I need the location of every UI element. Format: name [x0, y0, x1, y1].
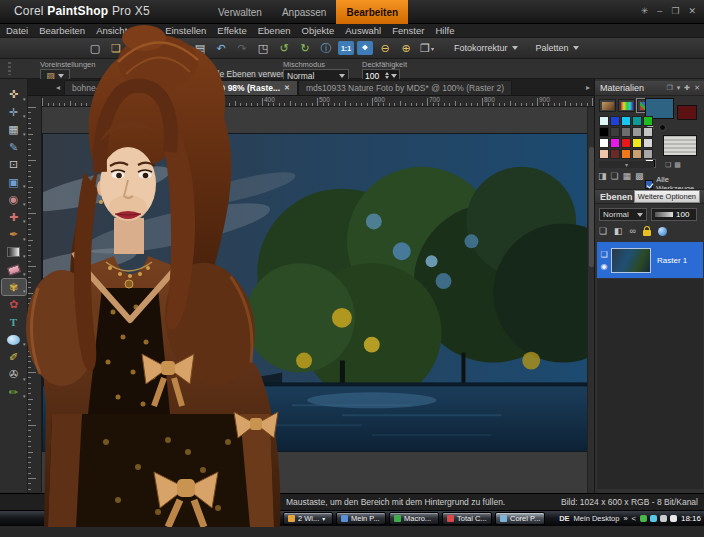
doc-tabs-scroll-left-icon[interactable]: ◂ [28, 83, 64, 95]
color-swatch-3[interactable] [632, 116, 642, 126]
paint-brush-tool[interactable]: ✒▾ [2, 227, 26, 243]
language-indicator[interactable]: DE [559, 514, 569, 523]
copy-special-icon[interactable]: ❐▾ [418, 40, 436, 56]
menu-hilfe[interactable]: Hilfe [435, 25, 454, 36]
text-tool[interactable]: T [2, 314, 26, 330]
menu-fenster[interactable]: Fenster [392, 25, 424, 36]
restore-icon[interactable]: ❐ [671, 4, 679, 18]
freehand-selection-tool[interactable]: ✎ [2, 139, 26, 155]
texture-preview[interactable] [663, 135, 697, 156]
capture-icon[interactable]: ▧ [149, 40, 167, 56]
volume-icon[interactable] [670, 515, 677, 522]
layer-thumbnail[interactable] [611, 248, 651, 273]
color-swatch-0[interactable] [599, 116, 609, 126]
color-swatch-5[interactable] [599, 127, 609, 137]
workspace-tab-bearbeiten[interactable]: Bearbeiten [336, 0, 408, 24]
all-layers-checkbox[interactable] [196, 70, 205, 79]
red-eye-tool[interactable]: ◉▾ [2, 192, 26, 208]
straighten-tool[interactable]: ▣▾ [2, 174, 26, 190]
color-swatch-12[interactable] [621, 138, 631, 148]
fotokorrektur-button[interactable]: Fotokorrektur [448, 41, 524, 55]
print-icon[interactable]: ▤ [191, 40, 209, 56]
color-swatch-2[interactable] [621, 116, 631, 126]
color-swatch-7[interactable] [621, 127, 631, 137]
document-tab-2[interactable]: mds10933 Nature Foto by MDS* @ 100% (Ras… [298, 80, 512, 95]
menu-einstellen[interactable]: Einstellen [165, 25, 206, 36]
picture-tube-tool[interactable]: ✿ [2, 297, 26, 313]
menu-ansicht[interactable]: Ansicht [96, 25, 127, 36]
menu-ebenen[interactable]: Ebenen [258, 25, 291, 36]
highlight-layer-icon[interactable] [658, 227, 667, 236]
close-icon[interactable]: ✕ [688, 4, 696, 18]
network-icon[interactable] [660, 515, 667, 522]
color-swatch-11[interactable] [610, 138, 620, 148]
desktop-toolbar[interactable]: Mein Desktop [574, 514, 620, 523]
web-icon[interactable]: ✳ [641, 4, 649, 18]
preset-shape-tool[interactable]: ▾ [2, 332, 26, 348]
color-style-icon[interactable]: ◨ [598, 171, 607, 181]
zoom-out-icon[interactable]: ⊖ [376, 40, 394, 56]
spinner-arrows-icon[interactable] [385, 72, 389, 79]
status-teal-icon[interactable] [650, 515, 657, 522]
resize-icon[interactable]: ◳ [254, 40, 272, 56]
undo-icon[interactable]: ↶ [212, 40, 230, 56]
gradient-tool[interactable]: ▾ [2, 244, 26, 260]
color-swatch-16[interactable] [610, 149, 620, 159]
workspace-tab-anpassen[interactable]: Anpassen [272, 0, 336, 24]
zoom-in-icon[interactable]: ⊕ [397, 40, 415, 56]
makeover-tool[interactable]: ✚▾ [2, 209, 26, 225]
save-icon[interactable]: ◫ [128, 40, 146, 56]
color-swatch-8[interactable] [632, 127, 642, 137]
layer-blend-select[interactable]: Normal [599, 208, 647, 221]
float-panel-icon[interactable]: ❐ [666, 84, 672, 92]
all-tools-checkbox[interactable] [645, 180, 653, 189]
new-layer-icon[interactable]: ❏ [599, 226, 607, 236]
rotate-left-icon[interactable]: ↺ [275, 40, 293, 56]
redo-icon[interactable]: ↷ [233, 40, 251, 56]
taskbar-clock[interactable]: 18:16 [681, 514, 701, 523]
taskbar-button-2[interactable]: Macro... [389, 512, 439, 525]
open-icon[interactable]: ❏ [107, 40, 125, 56]
pattern-style-icon[interactable]: ▦ [623, 171, 632, 181]
pen-tool[interactable]: ✐ [2, 349, 26, 365]
layer-row[interactable]: ❏ ◉ Raster 1 [597, 242, 703, 278]
color-swatch-1[interactable] [610, 116, 620, 126]
gradient-style-icon[interactable]: ❏ [611, 171, 619, 181]
document-tab-1[interactable]: Image1* @ 98% (Raste...✕ [174, 80, 298, 95]
warp-brush-tool[interactable]: ✏▾ [2, 384, 26, 400]
color-swatch-19[interactable] [643, 149, 653, 159]
canvas-image[interactable] [42, 133, 590, 452]
pan-tool[interactable]: ✜▾ [2, 87, 26, 103]
taskbar-button-0[interactable]: 2 Wi...▾ [283, 512, 333, 525]
paletten-button[interactable]: Paletten [530, 41, 585, 55]
color-swatch-4[interactable] [643, 116, 653, 126]
panel-menu-icon[interactable]: ▾ [677, 84, 681, 92]
document-tab-0[interactable]: bohne-lcd-in... (Raster 1) [64, 80, 174, 95]
pin-panel-icon[interactable]: ✚ [684, 84, 690, 92]
color-swatch-13[interactable] [632, 138, 642, 148]
toolbar-overflow-icon[interactable]: » [623, 514, 627, 523]
clone-brush-tool[interactable]: ✾▾ [2, 279, 26, 295]
taskbar-button-1[interactable]: Mein P... [336, 512, 386, 525]
layer-visibility-icon[interactable]: ◉ [601, 262, 608, 271]
rainbow-tab[interactable] [618, 99, 635, 112]
lock-transparency-icon[interactable] [643, 230, 651, 236]
link-layers-icon[interactable]: ∞ [630, 226, 636, 236]
status-green-icon[interactable] [640, 515, 647, 522]
eraser-tool[interactable]: ▾ [2, 262, 26, 278]
menu-datei[interactable]: Datei [6, 25, 28, 36]
share-icon[interactable]: ❮ [170, 40, 188, 56]
black-color-dot[interactable] [659, 124, 666, 131]
close-panel-icon[interactable]: ✕ [694, 84, 700, 92]
workspace-tab-verwalten[interactable]: Verwalten [208, 0, 272, 24]
taskbar-button-4[interactable]: Corel P... [495, 512, 545, 525]
color-swatch-18[interactable] [632, 149, 642, 159]
info-icon[interactable]: ⓘ [317, 40, 335, 56]
minimize-icon[interactable]: – [657, 4, 662, 18]
selection-tool[interactable]: ▦▾ [2, 122, 26, 138]
flood-fill-tool[interactable]: ✇▾ [2, 367, 26, 383]
color-swatch-15[interactable] [599, 149, 609, 159]
rotate-right-icon[interactable]: ↻ [296, 40, 314, 56]
menu-bearbeiten[interactable]: Bearbeiten [39, 25, 85, 36]
menu-bild[interactable]: Bild [138, 25, 154, 36]
